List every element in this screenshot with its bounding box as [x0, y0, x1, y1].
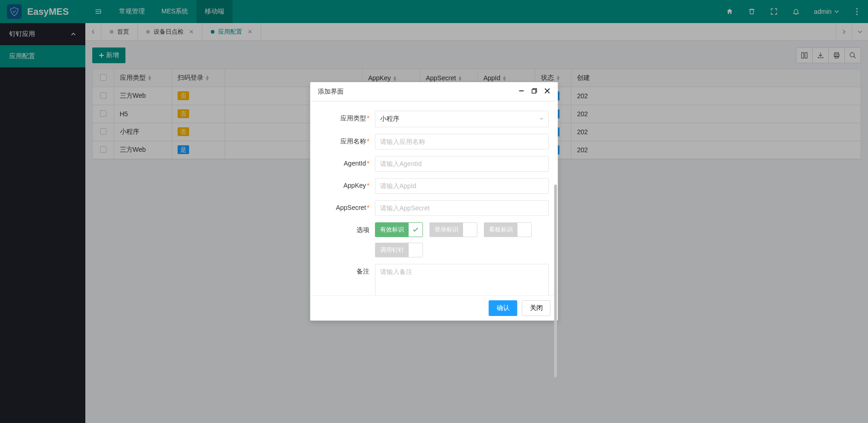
modal-overlay[interactable] [0, 0, 868, 23]
